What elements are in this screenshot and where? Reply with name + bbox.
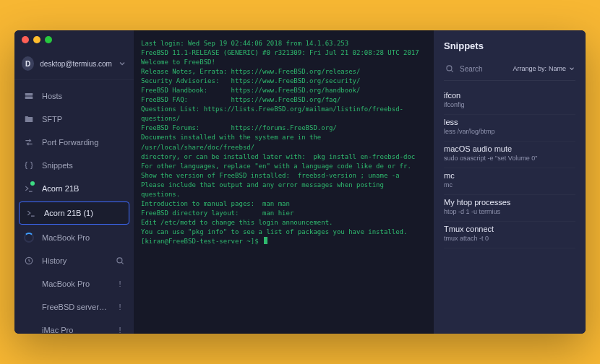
snippet-title: macOS audio mute [444, 144, 575, 153]
snippet-command: less /var/log/btmp [444, 128, 575, 135]
sidebar-item-label: Acorn 21B [42, 184, 125, 193]
svg-point-3 [117, 258, 122, 263]
sidebar-session-acorn-21b-1[interactable]: Acorn 21B (1) [19, 202, 129, 225]
snippet-title: ifcon [444, 91, 575, 100]
arrange-by-dropdown[interactable]: Arrange by: Name [513, 65, 575, 72]
close-icon[interactable] [22, 36, 29, 43]
sidebar-item-label: Acorn 21B (1) [44, 209, 123, 217]
snippet-command: sudo osascript -e "set Volume 0" [444, 155, 575, 162]
sidebar-item-snippets[interactable]: Snippets [14, 154, 134, 177]
terminal-line: FreeBSD FAQ: https://www.FreeBSD.org/faq… [141, 95, 427, 105]
port-forwarding-icon [23, 136, 35, 148]
snippet-command: tmux attach -t 0 [444, 235, 575, 242]
braces-icon [23, 160, 35, 171]
blank-icon [23, 278, 35, 290]
sidebar-item-label: Port Forwarding [42, 138, 125, 147]
fullscreen-icon[interactable] [45, 36, 52, 43]
chevron-down-icon[interactable] [118, 59, 127, 68]
traffic-lights [22, 36, 52, 43]
terminal-line: Documents installed with the system are … [141, 133, 427, 152]
terminal-line: FreeBSD directory layout: man hier [141, 209, 427, 218]
terminal-line: Last login: Wed Sep 19 02:44:06 2018 fro… [141, 39, 427, 48]
terminal-line: Introduction to manual pages: man man [141, 199, 427, 209]
status-dot-icon [30, 181, 35, 186]
sidebar-item-label: MacBook Pro [42, 233, 125, 242]
terminal-line: Please include that output and any error… [141, 181, 427, 199]
terminal-line: For other languages, replace "en" with a… [141, 162, 427, 171]
snippet-item[interactable]: My htop processeshtop -d 1 -u termius [444, 195, 575, 222]
sidebar-item-sftp[interactable]: SFTP [14, 108, 134, 131]
terminal-line: You can use "pkg info" to see a list of … [141, 228, 427, 237]
arrange-label: Arrange by: [513, 65, 547, 72]
sidebar-item-history[interactable]: History [14, 249, 134, 272]
app-window: D desktop@termius.com Hosts SFTP [14, 30, 586, 334]
svg-point-4 [447, 66, 452, 71]
sidebar-item-hosts[interactable]: Hosts [14, 84, 134, 108]
sidebar-session-macbook-pro[interactable]: MacBook Pro [14, 226, 134, 249]
arrange-value: Name [549, 65, 566, 72]
sidebar-history-imac-pro[interactable]: iMac Pro ! [14, 318, 134, 334]
snippet-title: less [444, 118, 575, 126]
snippet-command: mc [444, 181, 575, 188]
terminal-line: [kiran@FreeBSD-test-server ~]$ [141, 237, 427, 246]
sidebar: D desktop@termius.com Hosts SFTP [14, 30, 134, 334]
spinner-icon [23, 232, 35, 243]
sidebar-item-label: Hosts [42, 92, 125, 100]
snippet-command: htop -d 1 -u termius [444, 208, 575, 215]
terminal-line: Show the version of FreeBSD installed: f… [141, 171, 427, 181]
snippet-item[interactable]: Tmux connecttmux attach -t 0 [444, 222, 575, 248]
search-icon[interactable] [444, 63, 455, 74]
search-icon[interactable] [115, 256, 125, 266]
hosts-icon [23, 90, 35, 102]
snippet-item[interactable]: macOS audio mutesudo osascript -e "set V… [444, 142, 575, 168]
sidebar-history-macbook-pro[interactable]: MacBook Pro ! [14, 272, 134, 295]
terminal-line: FreeBSD Forums: https://forums.FreeBSD.o… [141, 124, 427, 133]
terminal-pane[interactable]: Last login: Wed Sep 19 02:44:06 2018 fro… [134, 30, 434, 334]
svg-rect-0 [25, 93, 33, 96]
snippet-item[interactable]: mcmc [444, 168, 575, 195]
terminal-icon [25, 207, 37, 219]
terminal-line: FreeBSD Handbook: https://www.FreeBSD.or… [141, 86, 427, 95]
sidebar-item-label: MacBook Pro [42, 280, 108, 288]
sidebar-item-port-forwarding[interactable]: Port Forwarding [14, 131, 134, 154]
avatar: D [22, 56, 34, 71]
snippet-title: My htop processes [444, 198, 575, 207]
nav-section: Hosts SFTP Port Forwarding Snippets [14, 80, 134, 334]
alert-icon: ! [115, 326, 125, 334]
snippet-title: mc [444, 171, 575, 180]
snippets-title: Snippets [444, 40, 575, 51]
sidebar-history-freebsd-server[interactable]: FreeBSD server (2) ! [14, 295, 134, 318]
snippet-command: ifconfig [444, 101, 575, 108]
chevron-down-icon [568, 65, 575, 72]
sidebar-item-label: iMac Pro [42, 326, 108, 334]
terminal-line: Security Advisories: https://www.FreeBSD… [141, 77, 427, 86]
terminal-line: Release Notes, Errata: https://www.FreeB… [141, 67, 427, 77]
terminal-line: Welcome to FreeBSD! [141, 58, 427, 67]
svg-rect-1 [25, 97, 33, 100]
account-row[interactable]: D desktop@termius.com [14, 52, 134, 80]
alert-icon: ! [115, 280, 125, 288]
sidebar-item-label: SFTP [42, 115, 125, 124]
snippets-panel: Snippets Search Arrange by: Name ifconif… [434, 30, 586, 334]
terminal-line: Questions List: https://lists.FreeBSD.or… [141, 105, 427, 124]
terminal-line: directory, or can be installed later wit… [141, 152, 427, 162]
sidebar-item-label: FreeBSD server (2) [42, 303, 108, 311]
blank-icon [23, 324, 35, 334]
snippets-list: ifconifconfiglessless /var/log/btmpmacOS… [444, 88, 575, 248]
sidebar-item-label: History [42, 256, 108, 265]
account-email: desktop@termius.com [40, 60, 112, 68]
sidebar-item-label: Snippets [42, 161, 125, 170]
blank-icon [23, 301, 35, 313]
snippet-item[interactable]: lessless /var/log/btmp [444, 115, 575, 142]
alert-icon: ! [115, 303, 125, 311]
snippet-item[interactable]: ifconifconfig [444, 88, 575, 115]
history-icon [23, 255, 35, 266]
folder-icon [23, 113, 35, 125]
snippet-title: Tmux connect [444, 225, 575, 233]
snippets-toolbar: Search Arrange by: Name [444, 63, 575, 81]
terminal-line: FreeBSD 11.1-RELEASE (GENERIC) #0 r32130… [141, 48, 427, 58]
minimize-icon[interactable] [33, 36, 40, 43]
terminal-line: Edit /etc/motd to change this login anno… [141, 218, 427, 228]
search-label[interactable]: Search [460, 65, 508, 73]
sidebar-session-acorn-21b[interactable]: Acorn 21B [14, 177, 134, 200]
